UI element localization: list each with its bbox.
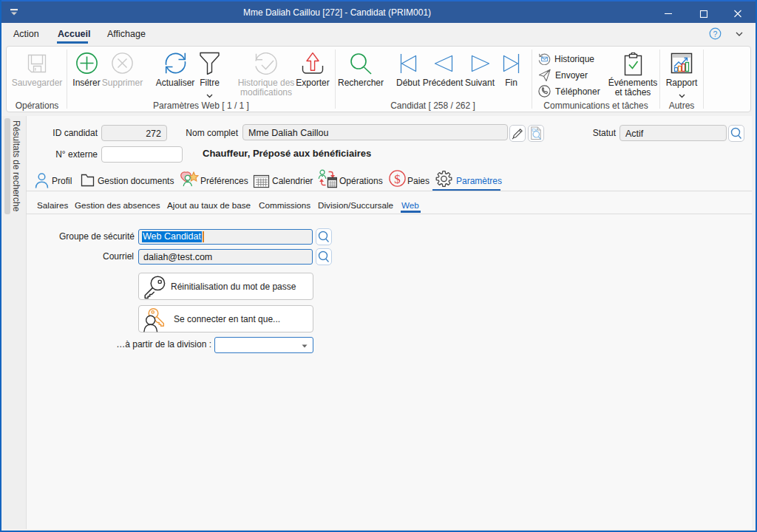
svg-text:$: $ [394, 172, 401, 186]
svg-text:?: ? [713, 30, 718, 38]
